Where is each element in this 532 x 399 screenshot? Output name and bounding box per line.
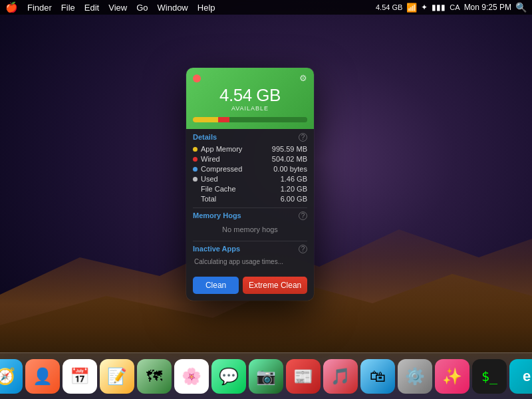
details-section-header: Details ?: [193, 133, 307, 142]
calculating-text: Calculating app usage times...: [193, 256, 307, 269]
divider-1: [193, 207, 307, 208]
dot-app-memory: [193, 147, 198, 152]
dot-wired: [193, 157, 198, 162]
dock: 🎤 🚀 🧭 👤 📅 📝 🗺 🌸 💬 📷 📰: [0, 352, 532, 399]
menu-window[interactable]: Window: [158, 3, 188, 13]
menu-file[interactable]: File: [61, 3, 75, 13]
close-button[interactable]: [193, 74, 201, 82]
dot-compressed: [193, 167, 198, 172]
dock-icon-appstore[interactable]: 🛍: [360, 359, 395, 394]
value-compressed: 0.00 bytes: [273, 165, 307, 173]
menu-help[interactable]: Help: [198, 3, 215, 13]
clean-button[interactable]: Clean: [193, 277, 239, 294]
menubar-right: 4.54 GB 📶 ✦ ▮▮▮ CA Mon 9:25 PM 🔍: [376, 2, 527, 13]
popup-buttons: Clean Extreme Clean: [186, 273, 314, 301]
ca-label[interactable]: CA: [450, 3, 460, 11]
dock-icon-news[interactable]: 📰: [286, 359, 321, 394]
memory-popup: ⚙ 4.54 GB AVAILABLE Details ? App: [186, 68, 314, 301]
label-wired: Wired: [201, 155, 220, 163]
dot-used: [193, 177, 198, 182]
label-used: Used: [201, 175, 218, 183]
menubar-left: 🍎 Finder File Edit View Go Window Help: [5, 1, 215, 13]
popup-header-top: ⚙: [193, 73, 307, 83]
memory-bar: [193, 117, 307, 122]
extreme-clean-button[interactable]: Extreme Clean: [243, 277, 307, 294]
memory-status[interactable]: 4.54 GB: [376, 3, 402, 11]
inactive-apps-help-icon[interactable]: ?: [299, 245, 307, 253]
value-total: 6.00 GB: [281, 195, 307, 203]
detail-left-wired: Wired: [193, 155, 220, 163]
detail-row-app-memory: App Memory 995.59 MB: [193, 144, 307, 154]
value-app-memory: 995.59 MB: [272, 145, 307, 153]
detail-row-used: Used 1.46 GB: [193, 174, 307, 184]
label-app-memory: App Memory: [201, 145, 242, 153]
menu-edit[interactable]: Edit: [84, 3, 99, 13]
bar-available: [229, 117, 307, 122]
detail-left-file-cache: File Cache: [193, 185, 236, 193]
desktop: 🍎 Finder File Edit View Go Window Help 4…: [0, 0, 532, 399]
label-compressed: Compressed: [201, 165, 242, 173]
dock-icon-calendar[interactable]: 📅: [63, 359, 97, 394]
popup-body: Details ? App Memory 995.59 MB Wired 504…: [186, 129, 314, 273]
dock-icon-photos[interactable]: 🌸: [174, 359, 209, 394]
details-help-icon[interactable]: ?: [299, 133, 307, 142]
dock-icon-edge[interactable]: e: [509, 359, 532, 394]
dock-icon-preferences[interactable]: ⚙️: [398, 359, 432, 394]
popup-header: ⚙ 4.54 GB AVAILABLE: [186, 68, 314, 129]
detail-left-total: Total: [193, 195, 216, 203]
menubar: 🍎 Finder File Edit View Go Window Help 4…: [0, 0, 532, 15]
divider-2: [193, 241, 307, 241]
bar-app-memory: [193, 117, 218, 122]
no-memory-hogs-message: No memory hogs: [193, 223, 307, 237]
available-memory-value: 4.54 GB: [193, 86, 307, 105]
detail-left-compressed: Compressed: [193, 165, 242, 173]
dock-icon-music[interactable]: 🎵: [323, 359, 358, 394]
settings-icon[interactable]: ⚙: [299, 73, 307, 83]
value-used: 1.46 GB: [281, 175, 307, 183]
menu-finder[interactable]: Finder: [27, 3, 52, 13]
status-icons: 4.54 GB 📶 ✦ ▮▮▮ CA Mon 9:25 PM 🔍: [376, 2, 527, 13]
detail-row-wired: Wired 504.02 MB: [193, 154, 307, 164]
detail-left-app-memory: App Memory: [193, 145, 242, 153]
detail-left-used: Used: [193, 175, 218, 183]
detail-row-total: Total 6.00 GB: [193, 194, 307, 204]
dock-icon-terminal[interactable]: $_: [472, 359, 507, 394]
memory-hogs-title: Memory Hogs: [193, 211, 241, 219]
inactive-apps-title: Inactive Apps: [193, 245, 240, 253]
clock: Mon 9:25 PM: [464, 3, 511, 12]
available-label: AVAILABLE: [193, 105, 307, 112]
dock-icon-maps[interactable]: 🗺: [137, 359, 172, 394]
detail-row-file-cache: File Cache 1.20 GB: [193, 184, 307, 194]
battery-icon: ▮▮▮: [432, 3, 446, 12]
inactive-apps-section-header: Inactive Apps ?: [193, 245, 307, 253]
details-title: Details: [193, 133, 217, 141]
value-wired: 504.02 MB: [272, 155, 307, 163]
dock-icon-notes[interactable]: 📝: [100, 359, 134, 394]
value-file-cache: 1.20 GB: [281, 185, 307, 193]
label-file-cache: File Cache: [201, 185, 236, 193]
bluetooth-icon[interactable]: ✦: [421, 3, 428, 12]
dock-icon-safari[interactable]: 🧭: [0, 359, 23, 394]
label-total: Total: [201, 195, 216, 203]
dock-icon-contacts[interactable]: 👤: [25, 359, 60, 394]
bar-wired: [218, 117, 229, 122]
memory-hogs-help-icon[interactable]: ?: [299, 211, 307, 220]
detail-row-compressed: Compressed 0.00 bytes: [193, 164, 307, 174]
spotlight-icon[interactable]: 🔍: [515, 2, 527, 13]
apple-menu[interactable]: 🍎: [5, 1, 18, 13]
dock-icon-facetime[interactable]: 📷: [249, 359, 283, 394]
memory-hogs-section-header: Memory Hogs ?: [193, 211, 307, 220]
dock-icon-cleanmymac[interactable]: ✨: [435, 359, 469, 394]
dock-icon-messages[interactable]: 💬: [211, 359, 246, 394]
wifi-icon[interactable]: 📶: [406, 3, 417, 13]
menu-view[interactable]: View: [108, 3, 127, 13]
menu-go[interactable]: Go: [136, 3, 148, 13]
